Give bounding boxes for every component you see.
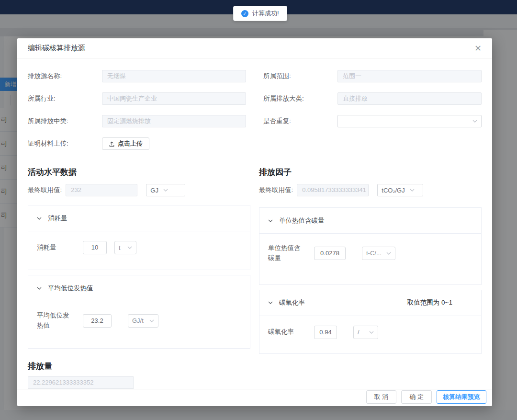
field-duplicate: 是否重复: [263,115,482,127]
success-toast: ✓ 计算成功! [233,6,287,21]
dialog-body: 排放源名称: 无烟煤 所属范围: 范围一 所属行业: 中国陶瓷生产企业 所属排放… [17,58,492,389]
upload-button[interactable]: 点击上传 [102,137,149,150]
heating-value-panel-title: 平均低位发热值 [48,284,93,293]
activity-final-input: 232 [66,184,137,196]
activity-unit-value: GJ [150,187,158,194]
factor-final-row: 最终取用值: 0.09581733333333341 tCO₂/GJ [259,184,482,196]
confirm-button[interactable]: 确 定 [401,390,432,404]
consumption-unit-value: t [119,244,121,251]
scope-input: 范围一 [337,70,482,82]
carbon-content-unit-value: t-C/... [366,250,382,257]
dialog-header: 编辑碳核算排放源 ✕ [17,38,492,58]
carbon-content-panel-title: 单位热值含碳量 [279,216,325,225]
oxidation-rate-panel-title: 碳氧化率 [279,298,305,307]
chevron-down-icon [163,188,168,193]
collapse-chevron-icon [268,300,273,305]
activity-unit-select[interactable]: GJ [146,184,185,196]
upload-icon [109,141,115,147]
chevron-down-icon [127,245,132,250]
chevron-down-icon [149,318,154,323]
data-sections: 活动水平数据 最终取用值: 232 GJ 消耗量 消耗量 [28,167,482,354]
activity-final-row: 最终取用值: 232 GJ [28,184,250,196]
activity-section: 活动水平数据 最终取用值: 232 GJ 消耗量 消耗量 [28,167,250,354]
collapse-chevron-icon [37,216,42,221]
source-name-input: 无烟煤 [102,70,246,82]
oxidation-rate-panel-header[interactable]: 碳氧化率 取值范围为 0~1 [259,290,481,316]
form-spacer [263,137,482,150]
factor-final-input: 0.09581733333333341 [297,184,369,196]
toast-message: 计算成功! [252,9,279,18]
chevron-down-icon [410,188,415,193]
chevron-down-icon [472,119,477,124]
collapse-chevron-icon [268,218,273,223]
field-major-category: 所属排放大类: 直接排放 [263,92,482,105]
consumption-panel-body: 消耗量 10 t [28,231,250,270]
upload-button-label: 点击上传 [118,139,143,148]
dialog-footer: 取 消 确 定 核算结果预览 [17,389,492,407]
oxidation-rate-panel-body: 碳氧化率 0.94 / [259,316,481,353]
carbon-content-panel-header[interactable]: 单位热值含碳量 [259,208,481,234]
field-upload: 证明材料上传: 点击上传 [28,137,246,156]
oxidation-rate-range-hint: 取值范围为 0~1 [407,298,472,307]
factor-unit-value: tCO₂/GJ [382,187,405,194]
consumption-input[interactable]: 10 [83,241,107,254]
field-source-name: 排放源名称: 无烟煤 [28,70,246,82]
consumption-unit-select[interactable]: t [114,241,136,254]
activity-section-title: 活动水平数据 [28,167,250,178]
carbon-content-panel-body: 单位热值含碳量 0.0278 t-C/... [259,234,481,284]
mid-category-label: 所属排放中类: [28,115,102,127]
result-preview-button[interactable]: 核算结果预览 [437,390,486,404]
check-circle-icon: ✓ [241,10,248,17]
oxidation-rate-input[interactable]: 0.94 [314,326,337,339]
oxidation-rate-unit-value: / [358,329,360,336]
duplicate-label: 是否重复: [263,115,337,127]
heating-value-row-label: 平均低位发热值 [37,311,75,331]
carbon-content-row-label: 单位热值含碳量 [268,243,306,263]
consumption-panel-header[interactable]: 消耗量 [28,205,250,231]
emission-section-title: 排放量 [28,361,482,372]
field-industry: 所属行业: 中国陶瓷生产企业 [28,92,246,105]
mid-category-input: 固定源燃烧排放 [102,115,246,127]
major-category-label: 所属排放大类: [263,92,337,105]
emission-amount-input: 22.229621333333352 [28,376,134,389]
heating-value-input[interactable]: 23.2 [83,314,112,328]
major-category-input: 直接排放 [337,92,482,105]
consumption-panel: 消耗量 消耗量 10 t [28,205,250,270]
upload-label: 证明材料上传: [28,137,102,150]
duplicate-select[interactable] [337,115,482,127]
oxidation-rate-unit-select[interactable]: / [353,326,378,339]
heating-value-panel: 平均低位发热值 平均低位发热值 23.2 GJ/t [28,275,250,349]
industry-input: 中国陶瓷生产企业 [102,92,246,105]
chevron-down-icon [386,251,391,256]
field-mid-category: 所属排放中类: 固定源燃烧排放 [28,115,246,127]
factor-section-title: 排放因子 [259,167,482,178]
carbon-content-panel: 单位热值含碳量 单位热值含碳量 0.0278 t-C/... [259,207,482,285]
oxidation-rate-row-label: 碳氧化率 [268,327,306,337]
source-name-label: 排放源名称: [28,70,102,82]
consumption-panel-title: 消耗量 [48,214,67,223]
consumption-row-label: 消耗量 [37,243,75,253]
factor-unit-select[interactable]: tCO₂/GJ [377,184,423,196]
heating-value-unit-value: GJ/t [132,317,144,324]
field-scope: 所属范围: 范围一 [263,70,482,82]
heating-value-unit-select[interactable]: GJ/t [128,314,158,328]
factor-section: 排放因子 最终取用值: 0.09581733333333341 tCO₂/GJ … [259,167,482,354]
industry-label: 所属行业: [28,92,102,105]
activity-final-label: 最终取用值: [28,186,62,194]
source-info-form: 排放源名称: 无烟煤 所属范围: 范围一 所属行业: 中国陶瓷生产企业 所属排放… [28,70,482,160]
collapse-chevron-icon [37,286,42,291]
heating-value-panel-body: 平均低位发热值 23.2 GJ/t [28,301,250,348]
close-icon[interactable]: ✕ [474,44,482,53]
edit-emission-source-dialog: 编辑碳核算排放源 ✕ 排放源名称: 无烟煤 所属范围: 范围一 所属行业: 中国… [17,38,492,406]
carbon-content-unit-select[interactable]: t-C/... [362,247,395,260]
dialog-title: 编辑碳核算排放源 [28,44,85,53]
oxidation-rate-panel: 碳氧化率 取值范围为 0~1 碳氧化率 0.94 / [259,290,482,354]
chevron-down-icon [369,330,374,335]
carbon-content-input[interactable]: 0.0278 [314,247,346,260]
scope-label: 所属范围: [263,70,337,82]
cancel-button[interactable]: 取 消 [366,390,397,404]
heating-value-panel-header[interactable]: 平均低位发热值 [28,275,250,301]
factor-final-label: 最终取用值: [259,186,293,194]
